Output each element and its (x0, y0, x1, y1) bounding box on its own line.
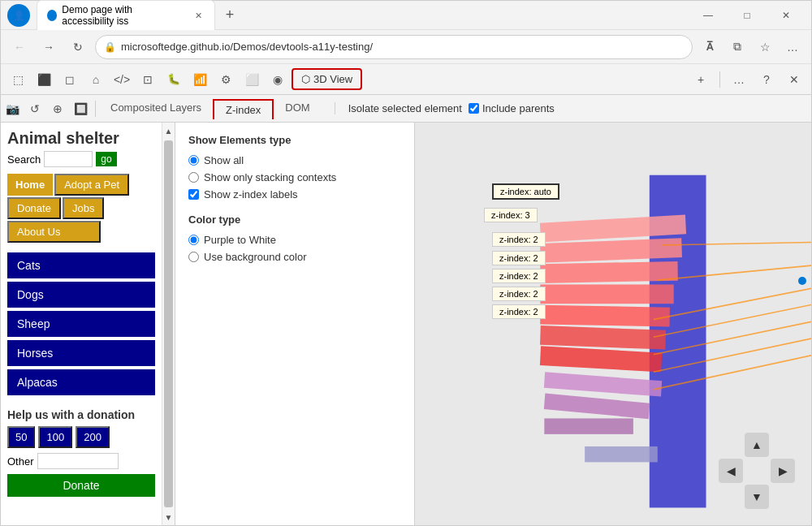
favorites-button[interactable]: ☆ (753, 35, 777, 59)
site-nav: Home Adopt a Pet Donate Jobs About Us (1, 170, 162, 246)
show-all-option[interactable]: Show all (188, 154, 401, 166)
scroll-thumb[interactable] (164, 140, 173, 507)
lock-icon: 🔒 (104, 41, 116, 53)
tab-close-button[interactable]: ✕ (193, 9, 205, 22)
refresh-button[interactable]: ↻ (66, 35, 90, 59)
source-button[interactable]: </> (110, 68, 134, 91)
z-label-2b: z-index: 2 (492, 251, 546, 265)
show-stacking-radio[interactable] (188, 172, 199, 183)
main-area: Animal shelter Search go Home Adopt a Pe… (1, 123, 811, 525)
z-label-2d: z-index: 2 (492, 287, 546, 301)
show-labels-option[interactable]: Show z-index labels (188, 188, 401, 200)
website-scrollbar: ▲ ▼ (162, 123, 175, 525)
wifi-button[interactable]: 📶 (188, 68, 212, 91)
tab-dom[interactable]: DOM (274, 97, 321, 120)
donation-200-button[interactable]: 200 (76, 426, 110, 448)
nav-up-button[interactable]: ▲ (745, 433, 769, 457)
search-label: Search (7, 153, 41, 166)
svg-rect-4 (540, 261, 678, 283)
donation-100-button[interactable]: 100 (38, 426, 72, 448)
paint-button[interactable]: ◉ (266, 68, 290, 91)
svg-rect-11 (544, 418, 633, 433)
close-button[interactable]: ✕ (767, 2, 805, 28)
active-tab[interactable]: Demo page with accessibility iss ✕ (37, 0, 215, 30)
devtools-help-button[interactable]: ? (754, 68, 779, 91)
settings-button[interactable]: ⚙ (214, 68, 238, 91)
tab-z-index[interactable]: Z-index (213, 99, 274, 119)
layers-button[interactable]: ⬜ (240, 68, 264, 91)
add-tool-button[interactable]: + (689, 68, 713, 91)
browser-more-button[interactable]: … (780, 35, 805, 59)
user-avatar[interactable]: 👤 (7, 4, 30, 27)
use-bg-color-radio[interactable] (188, 252, 199, 262)
nav-right-button[interactable]: ▶ (771, 459, 795, 483)
show-stacking-option[interactable]: Show only stacking contexts (188, 171, 401, 183)
animal-alpacas[interactable]: Alpacas (7, 369, 155, 395)
animal-cats[interactable]: Cats (7, 252, 155, 278)
purple-to-white-label: Purple to White (204, 234, 276, 246)
donation-50-button[interactable]: 50 (7, 426, 35, 448)
purple-to-white-radio[interactable] (188, 235, 199, 245)
include-parents-checkbox[interactable] (469, 103, 479, 114)
minimize-button[interactable]: — (689, 2, 727, 28)
element-picker-button[interactable]: ◻ (58, 68, 82, 91)
nav-left-button[interactable]: ◀ (719, 459, 743, 483)
z-label-2e: z-index: 2 (492, 304, 546, 319)
tab-title: Demo page with accessibility iss (62, 4, 185, 27)
address-bar[interactable]: 🔒 microsoftedge.github.io/Demos/devtools… (95, 35, 693, 59)
device-emulation-button[interactable]: ⬛ (32, 68, 56, 91)
bug-button[interactable]: 🐛 (162, 68, 186, 91)
center-button[interactable]: ⊕ (46, 97, 69, 120)
read-aloud-button[interactable]: A̅ (698, 35, 722, 59)
tab-zindex-label: Z-index (226, 104, 261, 116)
maximize-button[interactable]: □ (728, 2, 766, 28)
animal-sheep[interactable]: Sheep (7, 311, 155, 337)
tab-favicon (47, 10, 57, 21)
donation-other-input[interactable] (37, 453, 119, 469)
3d-view-button[interactable]: ⬡ 3D View (292, 68, 362, 90)
nav-donate-button[interactable]: Donate (7, 197, 61, 219)
nav-down-button[interactable]: ▼ (745, 485, 769, 509)
website-content: Animal shelter Search go Home Adopt a Pe… (1, 123, 175, 525)
inspect-element-button[interactable]: ⬚ (6, 68, 30, 91)
nav-home-button[interactable]: Home (7, 174, 53, 196)
isolate-label: Isolate selected element (348, 102, 462, 114)
search-input[interactable] (44, 151, 93, 167)
site-main: Cats Dogs Sheep Horses Alpacas (1, 246, 162, 402)
z-label-auto: z-index: auto (492, 183, 559, 200)
devtools-tab-bar: 📷 ↺ ⊕ 🔲 Composited Layers Z-index DOM Is… (1, 95, 811, 123)
purple-to-white-option[interactable]: Purple to White (188, 234, 401, 246)
use-bg-color-option[interactable]: Use background color (188, 251, 401, 263)
isolate-section: Isolate selected element Include parents (335, 102, 555, 114)
forward-button[interactable]: → (37, 35, 61, 59)
back-button[interactable]: ← (7, 35, 32, 59)
tab-composited-layers[interactable]: Composited Layers (99, 97, 213, 120)
devtools-close-button[interactable]: ✕ (782, 68, 806, 91)
nav-aboutus-button[interactable]: About Us (7, 221, 101, 243)
site-title: Animal shelter (7, 129, 155, 148)
split-window-button[interactable]: ⧉ (725, 35, 749, 59)
animal-horses[interactable]: Horses (7, 340, 155, 366)
devtools-more-button[interactable]: … (727, 68, 751, 91)
flatview-button[interactable]: 🔲 (69, 97, 92, 120)
zindex-panel: Show Elements type Show all Show only st… (175, 123, 415, 525)
nav-jobs-button[interactable]: Jobs (63, 197, 104, 219)
donate-button[interactable]: Donate (7, 474, 155, 497)
show-elements-title: Show Elements type (188, 134, 401, 146)
show-all-label: Show all (204, 154, 244, 166)
show-labels-checkbox[interactable] (188, 189, 199, 200)
home-tool-button[interactable]: ⌂ (84, 68, 108, 91)
animal-dogs[interactable]: Dogs (7, 282, 155, 308)
show-all-radio[interactable] (188, 155, 199, 166)
nav-adopt-button[interactable]: Adopt a Pet (54, 174, 129, 196)
search-go-button[interactable]: go (96, 152, 116, 166)
grid-button[interactable]: ⊡ (136, 68, 160, 91)
new-tab-button[interactable]: + (218, 4, 241, 27)
viz-scroll-thumb[interactable] (798, 277, 806, 285)
reload-button[interactable]: ↺ (24, 97, 46, 120)
scroll-up-button[interactable]: ▲ (162, 123, 175, 139)
screenshot-button[interactable]: 📷 (1, 97, 24, 120)
scroll-down-button[interactable]: ▼ (162, 509, 175, 525)
svg-rect-12 (585, 446, 658, 462)
use-bg-color-label: Use background color (204, 251, 306, 263)
